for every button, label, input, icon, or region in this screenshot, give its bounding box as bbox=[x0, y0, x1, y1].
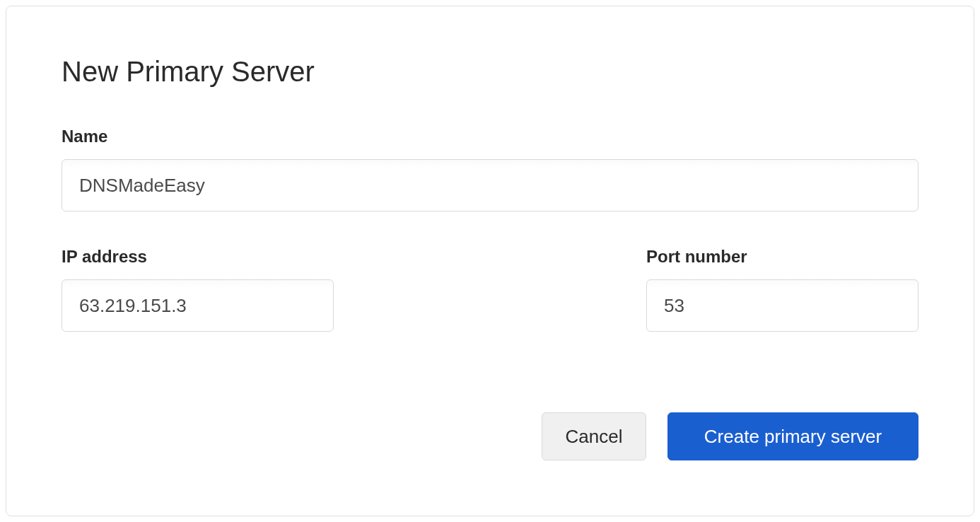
ip-port-row: IP address Port number bbox=[62, 247, 918, 332]
port-label: Port number bbox=[646, 247, 918, 267]
modal-title: New Primary Server bbox=[62, 56, 918, 88]
port-field-group: Port number bbox=[646, 247, 918, 332]
create-primary-server-button[interactable]: Create primary server bbox=[667, 412, 918, 460]
cancel-button[interactable]: Cancel bbox=[542, 412, 646, 460]
name-label: Name bbox=[62, 127, 918, 146]
ip-field-group: IP address bbox=[62, 247, 334, 332]
ip-input[interactable] bbox=[62, 279, 334, 332]
name-input[interactable] bbox=[62, 159, 918, 211]
new-primary-server-modal: New Primary Server Name IP address Port … bbox=[6, 6, 974, 516]
ip-label: IP address bbox=[62, 247, 334, 267]
name-field-group: Name bbox=[62, 127, 918, 211]
modal-button-row: Cancel Create primary server bbox=[542, 412, 918, 460]
port-input[interactable] bbox=[646, 279, 918, 332]
